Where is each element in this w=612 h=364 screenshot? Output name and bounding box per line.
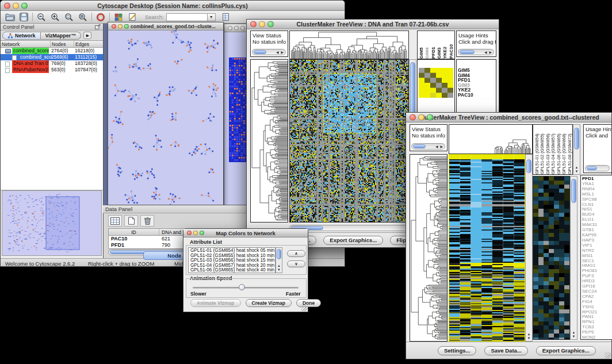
- done-button[interactable]: Done: [296, 299, 321, 307]
- scrollbar-thumb[interactable]: [254, 50, 266, 54]
- zoom-window-icon[interactable]: [200, 231, 204, 235]
- scrollbar-thumb[interactable]: [526, 159, 531, 173]
- minimize-icon[interactable]: [418, 114, 424, 121]
- speed-slider-thumb[interactable]: [239, 284, 245, 290]
- close-icon[interactable]: [410, 114, 416, 121]
- network-grid-canvas[interactable]: [229, 58, 248, 162]
- zoom-in-button[interactable]: [48, 12, 62, 23]
- save-session-button[interactable]: [17, 12, 30, 23]
- zoom-window-icon[interactable]: [240, 26, 245, 30]
- gene-label[interactable]: MON2: [581, 335, 612, 340]
- treeview-button[interactable]: Save Data...: [484, 346, 527, 355]
- network-row[interactable]: RNAPuberNov2+|563(0)107847(0): [1, 67, 103, 73]
- col-network[interactable]: Network: [1, 41, 51, 47]
- tv1-column-labels[interactable]: GIM5GIM4PFD1GIM3YKE2PAC10: [417, 30, 455, 59]
- zoom-out-button[interactable]: [35, 12, 48, 23]
- minimize-icon[interactable]: [193, 231, 198, 235]
- zoom-window-icon[interactable]: [267, 21, 274, 28]
- zoom-fit-button[interactable]: [76, 12, 90, 23]
- main-titlebar[interactable]: Cytoscape Desktop (Session Name: collins…: [1, 1, 345, 11]
- dialog-titlebar[interactable]: Map Colors to Network: [183, 229, 308, 237]
- tv1-hints-hscrollbar[interactable]: ◀ ▶: [458, 49, 494, 55]
- zoom-window-icon[interactable]: [427, 114, 433, 121]
- attribute-listbox[interactable]: GPL51-01 (GSM854) heat shock 05 minGPL51…: [188, 247, 276, 273]
- search-input[interactable]: [166, 13, 208, 21]
- scroll-arrows-icon[interactable]: ◀ ▶: [276, 51, 284, 55]
- vizmapper-button[interactable]: [112, 12, 125, 23]
- treeview2-titlebar[interactable]: ClusterMaker TreeView : combined_scores_…: [406, 113, 611, 122]
- tv2-column-labels[interactable]: GPL51-01 (GSM854)GPL51-02 (GSM855)GPL51-…: [533, 124, 573, 175]
- network-overview-panel[interactable]: [2, 190, 102, 256]
- scrollbar-thumb[interactable]: [413, 144, 426, 148]
- close-icon[interactable]: [187, 231, 192, 235]
- column-label[interactable]: GIM5: [419, 31, 424, 59]
- move-up-button[interactable]: ∧: [287, 250, 305, 257]
- scrollbar-thumb[interactable]: [571, 179, 576, 203]
- speed-slider-track[interactable]: [193, 287, 299, 289]
- gene-label[interactable]: PAC10: [457, 93, 496, 98]
- zoom-window-icon[interactable]: [124, 24, 129, 29]
- network-row[interactable]: combined_scores2764(0)16218(0): [1, 48, 103, 54]
- help-button[interactable]: [94, 12, 108, 23]
- scrollbar-thumb[interactable]: [587, 166, 597, 170]
- scrollbar-thumb[interactable]: [574, 128, 579, 150]
- resize-grip[interactable]: [605, 352, 611, 358]
- col-nodes[interactable]: Nodes: [51, 41, 74, 47]
- attribute-list-vscrollbar[interactable]: ▲▼: [276, 247, 282, 273]
- scroll-arrows-icon[interactable]: ◀ ▶: [435, 145, 443, 149]
- animate-vizmap-button[interactable]: Animate Vizmap: [190, 299, 241, 307]
- network-view-canvas[interactable]: [108, 30, 223, 205]
- minimize-icon[interactable]: [13, 2, 19, 9]
- column-label[interactable]: GIM4: [424, 31, 430, 59]
- column-dendrogram-canvas[interactable]: [290, 31, 408, 59]
- open-session-button[interactable]: [3, 12, 17, 23]
- treeview-button[interactable]: Settings...: [438, 346, 476, 355]
- scroll-arrows-icon[interactable]: ▲▼: [526, 332, 532, 340]
- column-label[interactable]: YKE2: [442, 31, 448, 59]
- import-table-button[interactable]: [219, 12, 233, 23]
- tab-network[interactable]: Network: [2, 32, 41, 40]
- resize-grip[interactable]: [301, 305, 307, 311]
- column-label[interactable]: GIM3: [437, 31, 442, 59]
- new-attribute-button[interactable]: [124, 215, 138, 227]
- close-icon[interactable]: [250, 21, 257, 28]
- heatmap-canvas[interactable]: [449, 155, 525, 341]
- column-label[interactable]: GPL51-06 (GSM865): [556, 125, 561, 174]
- column-dendrogram-canvas[interactable]: [449, 125, 532, 154]
- column-label[interactable]: GPL51-01 (GSM854): [534, 125, 540, 174]
- scroll-arrows-icon[interactable]: ▲▼: [571, 331, 577, 339]
- network-row[interactable]: combined_sco2569(6)13112(15): [1, 54, 103, 60]
- scrollbar-thumb[interactable]: [460, 50, 475, 54]
- tab-vizmapper[interactable]: VizMapper™: [41, 32, 82, 40]
- id-column-header[interactable]: ID: [109, 229, 159, 235]
- heatmap-canvas[interactable]: [290, 60, 408, 222]
- row-dendrogram-canvas[interactable]: [251, 60, 288, 222]
- treeview1-titlebar[interactable]: ClusterMaker TreeView : DNA and Tran 07-…: [247, 20, 499, 29]
- scroll-arrows-icon[interactable]: ▲▼: [573, 166, 580, 174]
- col-edges[interactable]: Edges: [74, 41, 103, 47]
- column-label[interactable]: PFD1: [431, 31, 437, 59]
- scroll-arrows-icon[interactable]: ▲▼: [276, 264, 282, 272]
- row-dendrogram-canvas[interactable]: [410, 155, 447, 341]
- network-overview-canvas[interactable]: [2, 191, 101, 255]
- scrollbar-thumb[interactable]: [277, 249, 281, 259]
- zoom-selected-button[interactable]: [62, 12, 76, 23]
- annotation-button[interactable]: [125, 12, 139, 23]
- treeview-button[interactable]: Export Graphics...: [323, 236, 383, 245]
- delete-attribute-button[interactable]: [140, 215, 154, 227]
- minimize-icon[interactable]: [118, 24, 123, 29]
- tv2-labels-vscrollbar[interactable]: ▲▼: [573, 124, 580, 175]
- minimize-icon[interactable]: [259, 21, 265, 28]
- attribute-select-button[interactable]: [108, 215, 122, 227]
- float-panel-icon[interactable]: [95, 24, 101, 29]
- column-label[interactable]: GPL51-03 (GSM856): [545, 125, 550, 174]
- tv1-heatmap-hscrollbar[interactable]: ◀ ▶: [289, 225, 416, 231]
- tv2-gene-list[interactable]: PFD1YRA1RNR4MSL1SPC98CLN1NIS1BUD4ELG1MAK…: [580, 175, 612, 340]
- frame1-titlebar[interactable]: combined_scores_good.txt--cluste...: [108, 22, 223, 30]
- column-label[interactable]: GPL51-04 (GSM857): [550, 125, 556, 174]
- zoom-window-icon[interactable]: [21, 2, 28, 9]
- scroll-arrows-icon[interactable]: ◀ ▶: [484, 51, 492, 55]
- zoom-matrix-canvas[interactable]: [419, 68, 453, 98]
- tv2-heatmap-vscrollbar[interactable]: ▲▼: [525, 154, 533, 342]
- tv2-zoom-vscrollbar[interactable]: ▲▼: [570, 176, 577, 340]
